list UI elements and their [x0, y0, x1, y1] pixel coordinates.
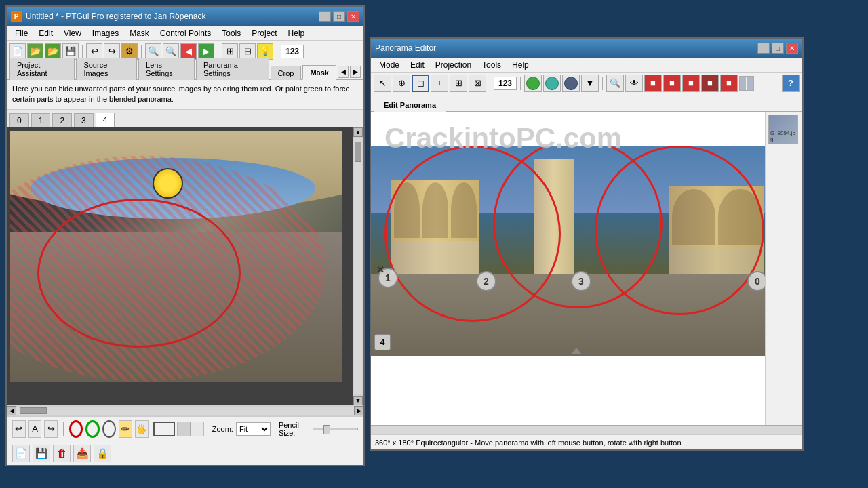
pano-red-square4[interactable]: ■	[701, 75, 719, 92]
pano-teal-circle[interactable]	[543, 75, 561, 92]
pano-menu-edit[interactable]: Edit	[405, 59, 430, 71]
pano-red-square1[interactable]: ■	[644, 75, 662, 92]
menu-control-points[interactable]: Control Points	[155, 27, 216, 39]
thumbnail-item[interactable]: G_8094.jpg	[768, 115, 798, 144]
image-tab-3[interactable]: 3	[74, 113, 94, 127]
pano-zoom-in[interactable]: 🔍	[606, 75, 624, 92]
menu-images[interactable]: Images	[87, 27, 124, 39]
table-button[interactable]: ⊟	[239, 43, 256, 60]
zoom-out-button[interactable]: 🔍	[163, 43, 179, 60]
tab-project-assistant[interactable]: Project Assistant	[9, 58, 75, 80]
light-button[interactable]: 💡	[257, 43, 273, 60]
delete-button[interactable]: 🗑	[53, 445, 71, 462]
pencil-size-slider[interactable]	[313, 428, 358, 430]
batch-button[interactable]: ⊞	[222, 43, 238, 60]
lock-button[interactable]: 🔒	[94, 445, 111, 462]
pano-close-x[interactable]: ✕	[376, 264, 384, 275]
tab-source-images[interactable]: Source Images	[76, 58, 137, 80]
zoom-in-button[interactable]: 🔍	[145, 43, 161, 60]
pano-close-button[interactable]: ✕	[786, 43, 798, 54]
tab-lens-settings[interactable]: Lens Settings	[138, 58, 195, 80]
pano-resize-tool[interactable]: ⊠	[469, 75, 486, 92]
rect-tool[interactable]	[153, 422, 175, 436]
pano-green-circle[interactable]	[524, 75, 542, 92]
tab-left-arrow[interactable]: ◀	[338, 66, 349, 78]
pano-tab-edit[interactable]: Edit Panorama	[374, 98, 446, 112]
maximize-button[interactable]: □	[333, 11, 345, 22]
menu-edit[interactable]: Edit	[33, 27, 58, 39]
hand-tool[interactable]: 🖐	[135, 420, 149, 438]
pano-win-controls: _ □ ✕	[757, 43, 798, 54]
menu-mask[interactable]: Mask	[124, 27, 155, 39]
save-button[interactable]: 💾	[62, 43, 79, 60]
hscroll-thumb[interactable]	[20, 407, 47, 414]
image-tab-4[interactable]: 4	[96, 113, 115, 127]
pano-select-tool[interactable]: ◻	[412, 75, 429, 92]
new-project-button[interactable]: 📄	[12, 445, 30, 462]
red-circle-tool[interactable]	[69, 420, 83, 438]
tab-right-arrow[interactable]: ▶	[350, 66, 361, 78]
split-rect-tool[interactable]	[177, 422, 204, 436]
redo-button[interactable]: ↪	[104, 43, 120, 60]
image-tab-1[interactable]: 1	[31, 113, 51, 127]
canvas-vscrollbar[interactable]: ▲ ▼	[353, 127, 363, 405]
redo-mask-button[interactable]: ↪	[44, 420, 58, 438]
canvas-hscrollbar[interactable]: ◀ ▶	[7, 405, 363, 416]
pano-hscrollbar[interactable]	[371, 425, 802, 434]
image-tab-2[interactable]: 2	[52, 113, 72, 127]
stitch-button[interactable]: ⚙	[121, 43, 138, 60]
scroll-down-button[interactable]: ▼	[353, 396, 363, 405]
pano-maximize-button[interactable]: □	[772, 43, 784, 54]
pano-help-button[interactable]: ?	[782, 75, 800, 92]
pano-move-tool[interactable]: ⊞	[450, 75, 467, 92]
pano-dropdown-button[interactable]: ▼	[581, 75, 599, 92]
scroll-thumb[interactable]	[355, 142, 361, 162]
prev-button[interactable]: ◀	[180, 43, 197, 60]
hscroll-left-button[interactable]: ◀	[7, 406, 16, 415]
next-button[interactable]: ▶	[198, 43, 214, 60]
pano-red-square3[interactable]: ■	[682, 75, 700, 92]
pencil-tool[interactable]: ✏	[119, 420, 132, 438]
pano-toolbar-sep2	[520, 77, 521, 90]
green-circle-tool[interactable]	[85, 420, 100, 438]
scroll-up-button[interactable]: ▲	[353, 127, 363, 137]
pano-menu-tools[interactable]: Tools	[477, 59, 507, 71]
tab-mask[interactable]: Mask	[302, 65, 336, 80]
close-button[interactable]: ✕	[347, 11, 359, 22]
mask-canvas-area[interactable]: ▲ ▼	[7, 127, 363, 405]
mask-info-bar: Here you can hide unwanted parts of your…	[7, 80, 363, 110]
image-tab-0[interactable]: 0	[9, 113, 29, 127]
pano-minimize-button[interactable]: _	[757, 43, 770, 54]
new-button[interactable]: 📄	[9, 43, 26, 60]
pano-cursor-tool[interactable]: ↖	[374, 75, 391, 92]
pano-add-tool[interactable]: ⊕	[393, 75, 410, 92]
tab-panorama-settings[interactable]: Panorama Settings	[196, 58, 269, 80]
undo-mask-button[interactable]: ↩	[12, 420, 26, 438]
pano-red-square2[interactable]: ■	[663, 75, 681, 92]
open-recent-button[interactable]: 📂	[45, 43, 61, 60]
minimize-button[interactable]: _	[319, 11, 331, 22]
menu-project[interactable]: Project	[246, 27, 282, 39]
pano-dark-circle[interactable]	[562, 75, 580, 92]
undo-button[interactable]: ↩	[86, 43, 102, 60]
pano-menu-mode[interactable]: Mode	[374, 59, 405, 71]
label-button[interactable]: A	[28, 420, 42, 438]
outline-circle-tool[interactable]	[102, 420, 116, 438]
menu-view[interactable]: View	[58, 27, 87, 39]
zoom-select[interactable]: Fit 100% 200% 50%	[236, 422, 271, 436]
pano-layout-cols[interactable]	[739, 76, 754, 91]
menu-help[interactable]: Help	[283, 27, 311, 39]
hscroll-right-button[interactable]: ▶	[354, 406, 363, 415]
open-button[interactable]: 📂	[27, 43, 43, 60]
pano-plus-tool[interactable]: +	[431, 75, 448, 92]
menu-file[interactable]: File	[9, 27, 33, 39]
pano-eye-button[interactable]: 👁	[625, 75, 643, 92]
menu-tools[interactable]: Tools	[216, 27, 246, 39]
import-button[interactable]: 📥	[73, 445, 91, 462]
pano-menu-projection[interactable]: Projection	[430, 59, 477, 71]
pano-menu-help[interactable]: Help	[507, 59, 534, 71]
save-project-button[interactable]: 💾	[33, 445, 50, 462]
tab-crop[interactable]: Crop	[271, 66, 302, 80]
pano-canvas[interactable]: CrackintoPC.com	[371, 112, 802, 425]
pano-red-square5[interactable]: ■	[720, 75, 738, 92]
